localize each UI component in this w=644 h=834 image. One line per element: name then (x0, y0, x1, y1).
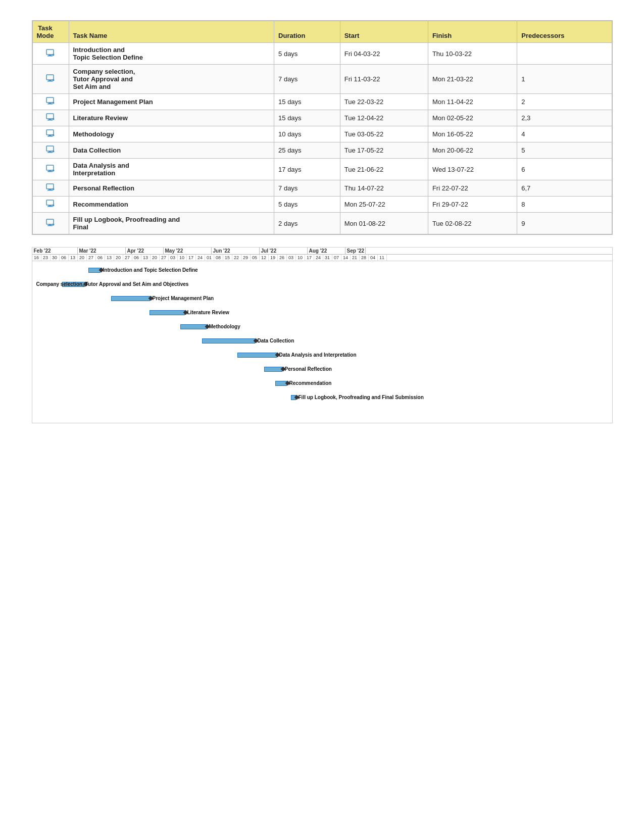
svg-rect-9 (48, 103, 52, 104)
col-label-task-mode: TaskMode (37, 24, 54, 39)
table-row: Personal Reflection7 daysThu 14-07-22Fri… (32, 180, 612, 197)
gantt-bar-label: Recommendation (289, 380, 332, 386)
gantt-days-row: 1623300613202706132027061320270310172401… (32, 255, 612, 261)
gantt-day-label: 07 (332, 255, 341, 261)
gantt-body: Introduction and Topic Selection DefineC… (32, 261, 366, 423)
gantt-month-label: Apr '22 (126, 248, 164, 254)
svg-rect-26 (47, 171, 53, 172)
gantt-month-label: Mar '22 (78, 248, 126, 254)
gantt-table: TaskMode Task Name Duration (32, 21, 612, 234)
task-mode-cell (32, 197, 69, 213)
gantt-bar-label: Methodology (209, 324, 240, 329)
svg-rect-5 (48, 80, 52, 81)
gantt-day-label: 03 (169, 255, 178, 261)
gantt-bar (88, 268, 101, 273)
finish-cell: Tue 02-08-22 (428, 213, 517, 234)
predecessors-cell: 6 (517, 159, 612, 180)
task-name-text: Methodology (73, 130, 114, 138)
gantt-day-label: 26 (278, 255, 287, 261)
gantt-day-label: 04 (369, 255, 378, 261)
gantt-month-label: Jul '22 (260, 248, 308, 254)
gantt-bar-label: Data Analysis and Interpretation (279, 352, 357, 358)
duration-cell: 2 days (274, 213, 340, 234)
gantt-day-label: 14 (341, 255, 351, 261)
gantt-day-label: 20 (114, 255, 123, 261)
svg-rect-6 (47, 81, 53, 82)
predecessors-cell: 1 (517, 65, 612, 94)
svg-rect-13 (48, 119, 52, 120)
svg-rect-38 (47, 225, 53, 226)
predecessors-cell: 6,7 (517, 180, 612, 197)
gantt-day-label: 17 (187, 255, 196, 261)
gantt-month-label: Feb '22 (32, 248, 78, 254)
gantt-month-label: Jun '22 (212, 248, 260, 254)
table-row: Methodology10 daysTue 03-05-22Mon 16-05-… (32, 126, 612, 142)
table-row: Recommendation5 daysMon 25-07-22Fri 29-0… (32, 197, 612, 213)
gantt-day-label: 08 (214, 255, 223, 261)
task-mode-cell (32, 94, 69, 110)
gantt-bar (264, 367, 282, 372)
task-name-text: Literature Review (73, 114, 128, 122)
task-mode-cell (32, 43, 69, 65)
svg-rect-16 (46, 130, 54, 135)
gantt-day-label: 27 (87, 255, 96, 261)
gantt-day-label: 23 (41, 255, 51, 261)
col-header-task-name: Task Name (69, 21, 274, 43)
svg-rect-34 (47, 206, 53, 207)
task-name-cell: Personal Reflection (69, 180, 274, 197)
gantt-day-label: 28 (360, 255, 369, 261)
duration-cell: 7 days (274, 180, 340, 197)
gantt-bar-label: Project Management Plan (153, 296, 214, 301)
finish-cell: Fri 29-07-22 (428, 197, 517, 213)
gantt-day-label: 27 (160, 255, 169, 261)
gantt-day-label: 05 (251, 255, 260, 261)
table-row: Data Collection25 daysTue 17-05-22Mon 20… (32, 142, 612, 159)
gantt-bar (275, 381, 287, 386)
gantt-month-label: May '22 (164, 248, 212, 254)
task-name-cell: Data Analysis andInterpretation (69, 159, 274, 180)
gantt-day-label: 21 (351, 255, 360, 261)
start-cell: Tue 21-06-22 (340, 159, 428, 180)
start-cell: Thu 14-07-22 (340, 180, 428, 197)
task-name-text: Data Collection (73, 146, 121, 154)
svg-rect-37 (48, 224, 52, 225)
gantt-bar-label: Data Collection (258, 338, 294, 344)
table-row: Company selection,Tutor Approval andSet … (32, 65, 612, 94)
task-mode-icon (46, 183, 55, 193)
gantt-bar-label: Personal Reflection (285, 366, 332, 372)
col-label-finish: Finish (432, 32, 452, 39)
gantt-day-label: 22 (232, 255, 241, 261)
task-name-text: Project Management Plan (73, 98, 153, 106)
gantt-day-label: 10 (296, 255, 305, 261)
gantt-day-label: 15 (223, 255, 232, 261)
table-row: Project Management Plan15 daysTue 22-03-… (32, 94, 612, 110)
gantt-months-row: Feb '22Mar '22Apr '22May '22Jun '22Jul '… (32, 248, 612, 255)
task-name-cell: Introduction andTopic Selection Define (69, 43, 274, 65)
gantt-day-label: 31 (323, 255, 332, 261)
gantt-bar-label: Literature Review (187, 310, 229, 315)
gantt-day-label: 19 (269, 255, 278, 261)
start-cell: Tue 12-04-22 (340, 110, 428, 126)
svg-rect-1 (48, 55, 52, 56)
task-mode-cell (32, 126, 69, 142)
duration-cell: 10 days (274, 126, 340, 142)
table-row: Literature Review15 daysTue 12-04-22Mon … (32, 110, 612, 126)
start-cell: Tue 03-05-22 (340, 126, 428, 142)
gantt-bar (237, 353, 277, 358)
task-name-cell: Literature Review (69, 110, 274, 126)
gantt-chart-row: Methodology (34, 321, 364, 334)
start-cell: Tue 22-03-22 (340, 94, 428, 110)
gantt-chart-row: Company selection, Tutor Approval and Se… (34, 278, 364, 291)
task-name-text: Fill up Logbook, Proofreading andFinal (73, 216, 180, 231)
gantt-chart-row: Literature Review (34, 307, 364, 320)
task-mode-cell (32, 159, 69, 180)
svg-rect-17 (48, 135, 52, 136)
start-cell: Mon 01-08-22 (340, 213, 428, 234)
duration-cell: 25 days (274, 142, 340, 159)
gantt-bar-label: Company selection, Tutor Approval and Se… (36, 281, 189, 287)
svg-rect-28 (46, 184, 54, 189)
col-header-finish: Finish (428, 21, 517, 43)
gantt-chart-row: Data Collection (34, 335, 364, 348)
svg-rect-21 (48, 151, 52, 152)
task-name-cell: Data Collection (69, 142, 274, 159)
